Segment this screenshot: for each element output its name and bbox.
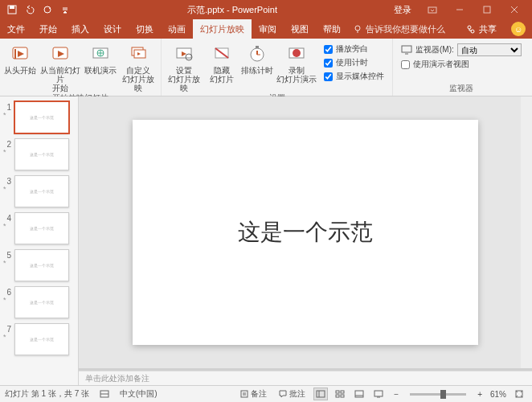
setup-show-button[interactable]: 设置 幻灯片放映 <box>165 40 203 92</box>
presenter-view-checkbox[interactable]: 使用演示者视图 <box>401 59 522 70</box>
record-label: 录制 幻灯片演示 <box>276 66 317 84</box>
notes-pane[interactable]: 单击此处添加备注 <box>79 371 532 385</box>
monitor-select[interactable]: 自动 <box>457 43 522 56</box>
tab-插入[interactable]: 插入 <box>64 19 96 39</box>
from-beginning-icon <box>10 43 31 64</box>
svg-rect-3 <box>428 7 436 13</box>
group-monitor-label: 监视器 <box>396 83 526 96</box>
rehearse-icon <box>247 43 268 64</box>
svg-rect-36 <box>336 391 339 393</box>
vertical-scrollbar[interactable] <box>521 96 532 368</box>
svg-rect-27 <box>402 46 411 52</box>
from-beginning-button[interactable]: 从头开始 <box>3 40 37 75</box>
title-bar: 示范.pptx - PowerPoint 登录 <box>0 0 532 19</box>
zoom-slider[interactable] <box>410 393 466 396</box>
record-button[interactable]: 录制 幻灯片演示 <box>276 40 317 84</box>
tab-切换[interactable]: 切换 <box>129 19 161 39</box>
status-bar: 幻灯片 第 1 张，共 7 张 中文(中国) 备注 批注 − + 61% <box>0 385 532 402</box>
rehearse-label: 排练计时 <box>241 66 273 75</box>
thumbnail-4[interactable]: 4*这是一个示范 <box>3 212 75 244</box>
slide-canvas[interactable]: 这是一个示范 <box>79 96 532 368</box>
setup-show-label: 设置 幻灯片放映 <box>165 66 203 92</box>
from-current-button[interactable]: 从当前幻灯片 开始 <box>39 40 82 92</box>
window-title: 示范.pptx - PowerPoint <box>71 4 394 16</box>
from-current-icon <box>50 43 71 64</box>
slide-thumbnails-panel: 1*这是一个示范2*这是一个示范3*这是一个示范4*这是一个示范5*这是一个示范… <box>0 96 79 385</box>
hide-slide-label: 隐藏 幻灯片 <box>210 66 234 84</box>
comments-button[interactable]: 批注 <box>275 388 309 400</box>
svg-rect-24 <box>256 46 259 48</box>
comments-icon <box>278 389 288 399</box>
svg-rect-39 <box>341 395 344 397</box>
narration-checkbox[interactable]: 播放旁白 <box>324 43 384 55</box>
close-icon[interactable] <box>503 0 526 19</box>
qat-more-icon[interactable] <box>59 4 71 15</box>
slide-counter[interactable]: 幻灯片 第 1 张，共 7 张 <box>5 388 89 400</box>
svg-point-2 <box>44 6 51 13</box>
svg-rect-42 <box>374 391 383 396</box>
slide-title-text[interactable]: 这是一个示范 <box>238 217 373 248</box>
ribbon: 从头开始 从当前幻灯片 开始 联机演示 自定义 幻灯片放映 开始放映幻灯片 设置… <box>0 39 532 96</box>
custom-show-button[interactable]: 自定义 幻灯片放映 <box>119 40 158 92</box>
zoom-level[interactable]: 61% <box>490 390 506 399</box>
thumbnail-7[interactable]: 7*这是一个示范 <box>3 323 75 355</box>
custom-show-icon <box>128 43 149 64</box>
setup-show-icon <box>174 43 194 64</box>
present-online-icon <box>90 43 111 64</box>
tab-开始[interactable]: 开始 <box>32 19 64 39</box>
thumbnail-5[interactable]: 5*这是一个示范 <box>3 249 75 281</box>
slideshow-view-button[interactable] <box>371 388 386 400</box>
sorter-view-button[interactable] <box>333 388 347 400</box>
tell-me-search[interactable]: 告诉我你想要做什么 <box>348 23 445 35</box>
redo-icon[interactable] <box>42 4 53 15</box>
svg-rect-38 <box>336 395 339 397</box>
svg-point-8 <box>468 26 471 29</box>
ribbon-options-icon[interactable] <box>421 0 444 19</box>
tab-设计[interactable]: 设计 <box>96 19 129 39</box>
tab-幻灯片放映[interactable]: 幻灯片放映 <box>193 19 252 39</box>
language-indicator[interactable]: 中文(中国) <box>120 388 158 400</box>
timing-checkbox[interactable]: 使用计时 <box>324 57 384 68</box>
autosave-icon[interactable] <box>6 4 18 15</box>
thumbnail-6[interactable]: 6*这是一个示范 <box>3 286 75 318</box>
normal-view-button[interactable] <box>313 388 328 400</box>
thumbnail-1[interactable]: 1*这是一个示范 <box>3 101 75 133</box>
svg-point-6 <box>355 26 360 31</box>
login-link[interactable]: 登录 <box>394 4 411 16</box>
tab-动画[interactable]: 动画 <box>161 19 193 39</box>
fit-window-button[interactable] <box>511 389 527 399</box>
notes-icon <box>239 389 249 399</box>
notes-button[interactable]: 备注 <box>236 388 270 400</box>
zoom-in-button[interactable]: + <box>474 390 485 399</box>
tab-帮助[interactable]: 帮助 <box>316 19 348 39</box>
rehearse-button[interactable]: 排练计时 <box>240 40 274 75</box>
svg-rect-40 <box>355 391 363 397</box>
thumbnail-2[interactable]: 2*这是一个示范 <box>3 138 75 170</box>
share-button[interactable]: 共享 <box>458 23 505 35</box>
svg-rect-34 <box>317 391 325 397</box>
tab-审阅[interactable]: 审阅 <box>252 19 284 39</box>
tab-文件[interactable]: 文件 <box>0 19 32 39</box>
from-current-label: 从当前幻灯片 开始 <box>39 66 82 92</box>
spell-check-icon[interactable] <box>99 389 110 399</box>
thumbnail-3[interactable]: 3*这是一个示范 <box>3 175 75 207</box>
maximize-icon[interactable] <box>476 0 498 19</box>
share-icon <box>466 24 476 34</box>
present-online-button[interactable]: 联机演示 <box>84 40 117 75</box>
monitor-label: 监视器(M): <box>415 44 454 55</box>
minimize-icon[interactable] <box>448 0 471 19</box>
share-label: 共享 <box>479 23 497 35</box>
reading-view-button[interactable] <box>352 388 366 400</box>
hide-slide-button[interactable]: 隐藏 幻灯片 <box>205 40 239 84</box>
custom-show-label: 自定义 幻灯片放映 <box>119 66 158 92</box>
svg-rect-31 <box>241 391 248 397</box>
zoom-out-button[interactable]: − <box>391 390 402 399</box>
media-checkbox[interactable]: 显示媒体控件 <box>324 71 384 82</box>
slide[interactable]: 这是一个示范 <box>133 120 478 345</box>
hide-slide-icon <box>211 43 232 64</box>
record-icon <box>286 43 307 64</box>
feedback-icon[interactable]: ☺ <box>511 22 526 36</box>
from-beginning-label: 从头开始 <box>4 66 36 75</box>
tab-视图[interactable]: 视图 <box>284 19 316 39</box>
undo-icon[interactable] <box>24 4 35 15</box>
